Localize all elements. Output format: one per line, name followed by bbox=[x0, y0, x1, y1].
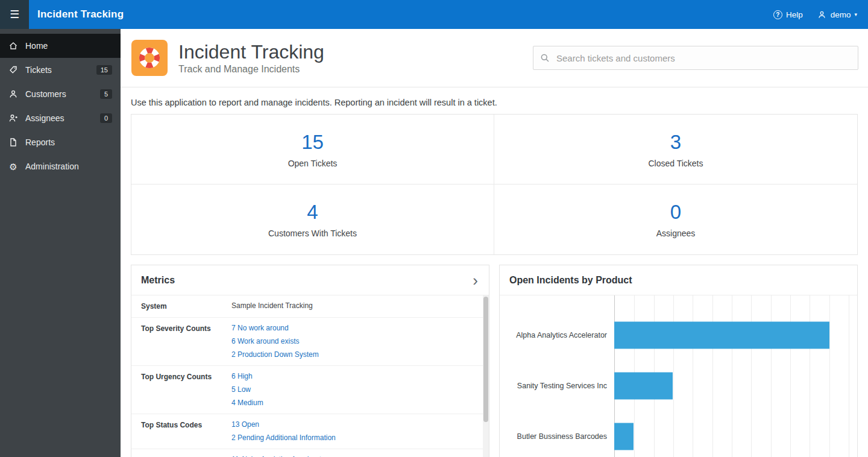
chart-track bbox=[614, 310, 849, 361]
stat-value: 4 bbox=[307, 201, 318, 224]
document-icon bbox=[8, 137, 18, 147]
topbar-actions: ? Help demo ▾ bbox=[773, 10, 868, 19]
metrics-card-header: Metrics › bbox=[131, 265, 489, 295]
chart-row: Alpha Analytics Accelerator bbox=[500, 310, 849, 361]
metric-link[interactable]: 4 Medium bbox=[231, 399, 263, 407]
metric-link[interactable]: 2 Pending Additional Information bbox=[231, 433, 336, 442]
person-plus-icon bbox=[8, 113, 18, 123]
sidebar-item-label: Tickets bbox=[25, 65, 52, 75]
home-icon bbox=[8, 41, 18, 51]
user-menu[interactable]: demo ▾ bbox=[817, 10, 857, 19]
metrics-title: Metrics bbox=[141, 275, 175, 286]
chart-title: Open Incidents by Product bbox=[509, 275, 632, 286]
stat-label: Assignees bbox=[656, 228, 696, 238]
metric-link[interactable]: 5 Low bbox=[231, 385, 263, 394]
app-logo-icon bbox=[131, 40, 168, 76]
content-area: Use this application to report and manag… bbox=[121, 98, 868, 457]
lower-panels: Metrics › System Sample Incident Trackin… bbox=[131, 265, 858, 457]
chart-bar[interactable] bbox=[614, 423, 634, 450]
chart-card: Open Incidents by Product Alpha Analytic… bbox=[499, 265, 858, 457]
metric-link[interactable]: 6 High bbox=[231, 372, 263, 380]
chart-bar[interactable] bbox=[614, 373, 673, 400]
stat-label: Customers With Tickets bbox=[268, 228, 357, 238]
search-box bbox=[533, 46, 858, 70]
metric-row-urgency: Top Urgency Counts 6 High 5 Low 4 Medium bbox=[131, 366, 489, 414]
sidebar-item-customers[interactable]: Customers 5 bbox=[0, 82, 121, 106]
person-icon bbox=[8, 89, 18, 99]
metric-link[interactable]: 2 Production Down System bbox=[231, 350, 319, 359]
topbar: ☰ Incident Tracking ? Help demo ▾ bbox=[0, 0, 868, 29]
metric-row-severity: Top Severity Counts 7 No work around 6 W… bbox=[131, 318, 489, 366]
sidebar-item-administration[interactable]: ⚙ Administration bbox=[0, 154, 121, 178]
sidebar-item-home[interactable]: Home bbox=[0, 34, 121, 58]
chart-track bbox=[614, 411, 849, 457]
chart-card-header: Open Incidents by Product bbox=[500, 265, 857, 295]
metrics-scrollbar-thumb[interactable] bbox=[483, 297, 488, 422]
metric-row-system: System Sample Incident Tracking bbox=[131, 295, 489, 318]
chart-rows: Alpha Analytics AcceleratorSanity Testin… bbox=[500, 295, 857, 457]
sidebar-item-label: Assignees bbox=[25, 113, 64, 123]
stats-grid: 15 Open Tickets 3 Closed Tickets 4 Custo… bbox=[131, 114, 858, 255]
metric-label: Top Status Codes bbox=[141, 420, 231, 442]
page-subtitle: Track and Manage Incidents bbox=[178, 64, 324, 75]
metric-label: System bbox=[141, 301, 231, 310]
metrics-body: System Sample Incident Tracking Top Seve… bbox=[131, 295, 489, 457]
chart-track bbox=[614, 361, 849, 411]
search-icon bbox=[540, 53, 550, 63]
sidebar-item-tickets[interactable]: Tickets 15 bbox=[0, 58, 121, 82]
main-content: Incident Tracking Track and Manage Incid… bbox=[121, 29, 868, 457]
chart-category-label: Alpha Analytics Accelerator bbox=[500, 331, 614, 339]
intro-text: Use this application to report and manag… bbox=[131, 98, 858, 107]
metric-link[interactable]: 6 Work around exists bbox=[231, 337, 319, 345]
sidebar: Home Tickets 15 Customers 5 bbox=[0, 29, 121, 457]
help-icon: ? bbox=[773, 10, 782, 19]
metric-link[interactable]: 13 Open bbox=[231, 420, 336, 429]
sidebar-item-label: Reports bbox=[25, 137, 55, 147]
chevron-right-icon: › bbox=[473, 271, 478, 289]
chart-category-label: Butler Bussiness Barcodes bbox=[500, 432, 614, 441]
chart-row: Sanity Testing Services Inc bbox=[500, 361, 849, 411]
metric-row-status: Top Status Codes 13 Open 2 Pending Addit… bbox=[131, 414, 489, 449]
chart-row: Butler Bussiness Barcodes bbox=[500, 411, 849, 457]
chart-body: Alpha Analytics AcceleratorSanity Testin… bbox=[500, 295, 857, 457]
search-input[interactable] bbox=[555, 52, 851, 64]
stat-label: Open Tickets bbox=[288, 159, 338, 168]
help-label: Help bbox=[786, 10, 803, 19]
stat-value: 0 bbox=[670, 201, 681, 224]
metric-row-products: Top Products 11 Alpha Analytics Accelera… bbox=[131, 449, 489, 457]
sidebar-item-label: Administration bbox=[25, 162, 79, 171]
metrics-expand-button[interactable]: › bbox=[471, 273, 479, 288]
metric-link[interactable]: 7 No work around bbox=[231, 324, 319, 332]
metric-value: Sample Incident Tracking bbox=[231, 301, 313, 310]
sidebar-item-label: Home bbox=[25, 41, 48, 51]
page-title: Incident Tracking bbox=[178, 41, 324, 63]
app-root: ☰ Incident Tracking ? Help demo ▾ bbox=[0, 0, 868, 457]
help-link[interactable]: ? Help bbox=[773, 10, 803, 19]
tickets-count-badge: 15 bbox=[96, 65, 112, 75]
page-header: Incident Tracking Track and Manage Incid… bbox=[121, 29, 868, 87]
stat-card-assignees[interactable]: 0 Assignees bbox=[494, 184, 857, 254]
metrics-scrollbar bbox=[483, 295, 489, 457]
chart-bar[interactable] bbox=[614, 322, 829, 349]
stat-value: 3 bbox=[670, 131, 681, 154]
app-title: Incident Tracking bbox=[37, 8, 124, 20]
assignees-count-badge: 0 bbox=[100, 113, 112, 123]
stat-card-open-tickets[interactable]: 15 Open Tickets bbox=[131, 115, 494, 184]
stat-value: 15 bbox=[301, 131, 324, 154]
user-label: demo bbox=[831, 10, 851, 19]
stat-label: Closed Tickets bbox=[648, 159, 703, 168]
metrics-card: Metrics › System Sample Incident Trackin… bbox=[131, 265, 489, 457]
sidebar-item-reports[interactable]: Reports bbox=[0, 130, 121, 154]
customers-count-badge: 5 bbox=[100, 89, 112, 99]
metric-label: Top Severity Counts bbox=[141, 324, 231, 359]
chart-category-label: Sanity Testing Services Inc bbox=[500, 382, 614, 390]
page-titles: Incident Tracking Track and Manage Incid… bbox=[178, 41, 324, 75]
menu-toggle-button[interactable]: ☰ bbox=[0, 0, 29, 29]
stat-card-customers-with-tickets[interactable]: 4 Customers With Tickets bbox=[131, 184, 494, 254]
caret-down-icon: ▾ bbox=[854, 12, 857, 17]
sidebar-item-assignees[interactable]: Assignees 0 bbox=[0, 106, 121, 130]
metric-label: Top Urgency Counts bbox=[141, 372, 231, 407]
gear-icon: ⚙ bbox=[8, 162, 18, 171]
stat-card-closed-tickets[interactable]: 3 Closed Tickets bbox=[494, 115, 857, 184]
user-icon bbox=[817, 10, 827, 19]
